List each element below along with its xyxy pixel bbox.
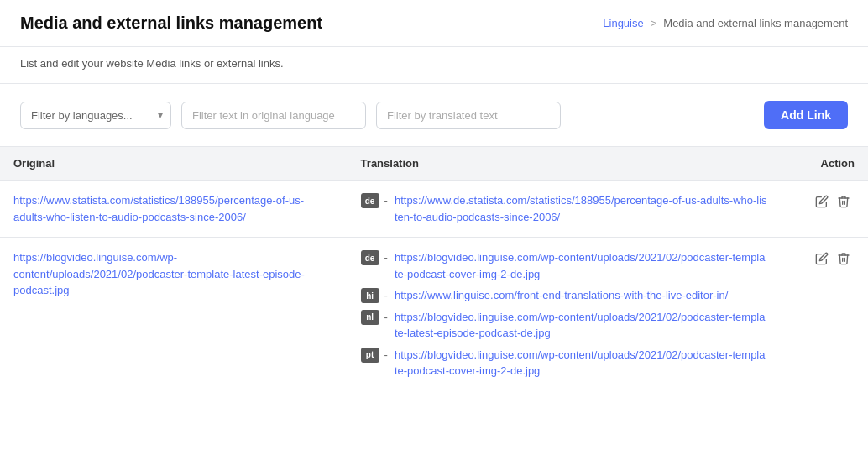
action-cell — [782, 181, 868, 238]
dash-separator: - — [384, 309, 388, 326]
column-header-action: Action — [782, 147, 868, 181]
links-table-container: Original Translation Action https://www.… — [0, 147, 868, 391]
original-text-filter-input[interactable] — [181, 102, 366, 129]
translation-link[interactable]: https://www.linguise.com/front-end-trans… — [395, 287, 728, 304]
table-row: https://blogvideo.linguise.com/wp-conten… — [0, 238, 868, 391]
dash-separator: - — [384, 287, 388, 304]
original-cell: https://blogvideo.linguise.com/wp-conten… — [0, 238, 348, 391]
add-link-button[interactable]: Add Link — [764, 101, 848, 129]
dash-separator: - — [384, 347, 388, 364]
translation-row: nl-https://blogvideo.linguise.com/wp-con… — [361, 309, 768, 342]
translation-link[interactable]: https://blogvideo.linguise.com/wp-conten… — [395, 249, 768, 282]
lang-badge: hi — [361, 288, 379, 303]
translation-row: pt-https://blogvideo.linguise.com/wp-con… — [361, 347, 768, 380]
dash-separator: - — [384, 192, 388, 209]
translated-text-filter-input[interactable] — [376, 102, 561, 129]
language-filter-container: Filter by languages... ▾ — [20, 102, 171, 129]
original-link[interactable]: https://www.statista.com/statistics/1889… — [13, 192, 334, 225]
delete-button[interactable] — [833, 249, 855, 270]
dash-separator: - — [384, 249, 388, 266]
lang-badge: nl — [361, 310, 379, 325]
page-title: Media and external links management — [20, 13, 322, 33]
filter-bar: Filter by languages... ▾ Add Link — [0, 84, 868, 147]
breadcrumb: Linguise > Media and external links mana… — [603, 17, 848, 29]
edit-button[interactable] — [811, 249, 833, 270]
column-header-translation: Translation — [348, 147, 782, 181]
lang-badge: de — [361, 250, 379, 265]
language-filter-select[interactable]: Filter by languages... — [20, 102, 171, 129]
table-row: https://www.statista.com/statistics/1889… — [0, 181, 868, 238]
translation-cell: de-https://blogvideo.linguise.com/wp-con… — [348, 238, 782, 391]
action-cell — [782, 238, 868, 391]
translation-row: hi-https://www.linguise.com/front-end-tr… — [361, 287, 768, 304]
translation-link[interactable]: https://www.de.statista.com/statistics/1… — [395, 192, 768, 225]
lang-badge: pt — [361, 348, 379, 363]
translation-cell: de-https://www.de.statista.com/statistic… — [348, 181, 782, 238]
translation-row: de-https://blogvideo.linguise.com/wp-con… — [361, 249, 768, 282]
original-cell: https://www.statista.com/statistics/1889… — [0, 181, 348, 238]
translation-row: de-https://www.de.statista.com/statistic… — [361, 192, 768, 225]
page-subtitle: List and edit your website Media links o… — [0, 47, 868, 84]
delete-button[interactable] — [833, 192, 855, 213]
original-link[interactable]: https://blogvideo.linguise.com/wp-conten… — [13, 249, 334, 299]
breadcrumb-current: Media and external links management — [663, 17, 848, 29]
lang-badge: de — [361, 193, 379, 208]
links-table: Original Translation Action https://www.… — [0, 147, 868, 391]
table-header-row: Original Translation Action — [0, 147, 868, 181]
breadcrumb-link[interactable]: Linguise — [603, 17, 643, 29]
translation-link[interactable]: https://blogvideo.linguise.com/wp-conten… — [395, 347, 768, 380]
breadcrumb-separator: > — [651, 17, 657, 29]
top-bar: Media and external links management Ling… — [0, 0, 868, 47]
column-header-original: Original — [0, 147, 348, 181]
translation-link[interactable]: https://blogvideo.linguise.com/wp-conten… — [395, 309, 768, 342]
edit-button[interactable] — [811, 192, 833, 213]
